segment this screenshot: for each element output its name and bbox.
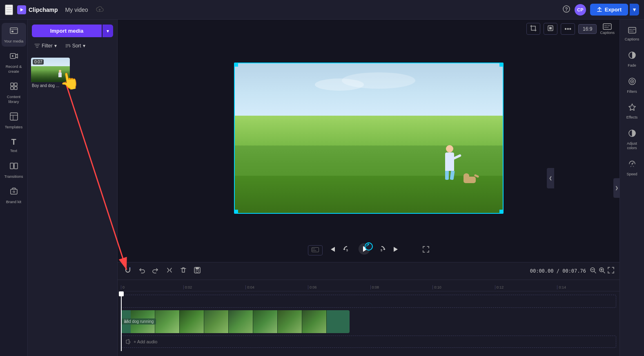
cloud-icon — [96, 6, 104, 14]
ruler-mark-0: 0 — [121, 285, 183, 289]
boy-right-leg — [450, 171, 455, 180]
brand-kit-icon — [9, 187, 18, 198]
selection-corner-tl[interactable] — [234, 63, 238, 67]
fit-timeline-button[interactable] — [607, 266, 615, 275]
ruler-marks: 0 0:02 0:04 0:06 0:08 0:10 0:12 0:14 — [118, 285, 619, 289]
svg-rect-11 — [14, 87, 17, 90]
sidebar-item-transitions[interactable]: Transitions — [2, 158, 26, 182]
svg-text:5: 5 — [381, 249, 382, 252]
captions-label: Captions — [600, 31, 615, 35]
filters-label: Filters — [627, 90, 637, 94]
media-thumb-image: 0:07 — [31, 58, 70, 82]
right-sidebar-item-speed[interactable]: Speed — [621, 155, 644, 181]
timeline-tracks: and dog running — [118, 291, 619, 351]
caption-toggle-button[interactable] — [308, 245, 323, 255]
svg-point-16 — [13, 191, 15, 193]
right-sidebar-item-adjust-colors[interactable]: Adjust colors — [621, 125, 644, 154]
sidebar-item-brand-kit-label: Brand kit — [6, 199, 22, 204]
sidebar-item-content-library-label: Content library — [4, 94, 24, 104]
sidebar-item-templates-label: Templates — [5, 125, 22, 129]
fullscreen-button[interactable] — [422, 246, 430, 255]
sidebar-item-templates[interactable]: Templates — [2, 109, 26, 132]
right-sidebar-item-captions[interactable]: Captions — [621, 23, 644, 46]
selection-corner-tr[interactable] — [499, 63, 504, 67]
zoom-in-button[interactable] — [598, 266, 606, 275]
svg-point-7 — [12, 55, 13, 57]
right-sidebar-collapse-button[interactable]: ❯ — [613, 178, 620, 198]
sidebar-item-your-media[interactable]: Your media — [2, 23, 26, 47]
tall-grass — [235, 116, 503, 146]
track-thumb-4 — [204, 310, 229, 333]
export-label: Export — [605, 7, 622, 13]
rewind-5s-button[interactable]: 5 — [343, 245, 351, 255]
svg-rect-29 — [196, 270, 198, 272]
export-dropdown-button[interactable]: ▾ — [630, 4, 639, 16]
video-frame — [234, 63, 504, 214]
app-logo-icon — [17, 5, 26, 14]
track-thumb-7 — [278, 310, 302, 333]
delete-button[interactable] — [178, 265, 189, 277]
crop-button[interactable] — [526, 23, 540, 35]
sidebar-item-text-label: Text — [10, 148, 17, 153]
media-thumb-boy-dog[interactable]: 0:07 Boy and dog ... — [31, 58, 70, 89]
avatar[interactable]: CP — [575, 4, 586, 16]
svg-rect-15 — [11, 189, 17, 194]
media-panel-collapse-button[interactable]: ❮ — [547, 168, 554, 188]
selection-corner-bl[interactable] — [234, 210, 238, 214]
hamburger-menu-button[interactable]: ☰ — [5, 4, 13, 15]
import-media-dropdown-button[interactable]: ▾ — [103, 25, 113, 37]
captions-button[interactable]: Captions — [600, 23, 615, 35]
sidebar-item-brand-kit[interactable]: Brand kit — [2, 184, 26, 207]
center-area: ••• 16:9 Captions — [118, 20, 619, 356]
svg-rect-26 — [129, 267, 130, 268]
adjust-colors-label: Adjust colors — [623, 141, 641, 150]
video-rotate-handle[interactable] — [365, 242, 373, 251]
skip-to-end-button[interactable] — [392, 246, 399, 255]
aspect-ratio-button[interactable]: 16:9 — [578, 24, 597, 34]
right-sidebar-item-fade[interactable]: Fade — [621, 47, 644, 72]
video-title[interactable]: My video — [62, 5, 91, 15]
main-layout: Your media Record &create C — [0, 20, 644, 356]
selection-corner-br[interactable] — [499, 210, 504, 214]
audio-track[interactable]: + Add audio — [121, 336, 616, 348]
undo-button[interactable] — [136, 265, 147, 277]
svg-rect-5 — [11, 31, 13, 32]
right-sidebar-item-filters[interactable]: Filters — [621, 73, 644, 98]
right-sidebar-item-effects[interactable]: Effects — [621, 99, 644, 124]
split-button[interactable] — [164, 265, 175, 277]
add-audio-label: + Add audio — [134, 339, 157, 344]
fade-label: Fade — [628, 63, 636, 68]
help-icon[interactable]: ? — [562, 5, 570, 15]
export-button[interactable]: Export — [590, 4, 628, 16]
fit-button[interactable] — [544, 23, 557, 35]
magnet-tool-button[interactable] — [123, 265, 133, 277]
app-name: Clipchamp — [29, 7, 58, 13]
media-panel: Import media ▾ Filter ▾ Sort — [28, 20, 118, 356]
filter-sort-row: Filter ▾ Sort ▾ — [32, 40, 113, 51]
sidebar-item-text[interactable]: T Text — [2, 134, 26, 156]
media-panel-header: Import media ▾ Filter ▾ Sort — [28, 20, 117, 54]
filter-button[interactable]: Filter ▾ — [32, 41, 59, 50]
ruler-mark-014: 0:14 — [557, 285, 619, 289]
sidebar-item-record-create-label: Record &create — [6, 64, 22, 74]
svg-rect-18 — [549, 27, 552, 29]
import-media-button[interactable]: Import media — [32, 25, 102, 37]
effects-label: Effects — [626, 115, 637, 120]
transitions-icon — [9, 161, 18, 172]
svg-rect-20 — [312, 247, 319, 252]
svg-rect-19 — [603, 24, 611, 29]
sort-button[interactable]: Sort ▾ — [62, 41, 88, 50]
sidebar-item-content-library[interactable]: Content library — [2, 78, 26, 107]
adjust-colors-icon — [628, 129, 637, 140]
zoom-out-button[interactable] — [589, 266, 597, 275]
filter-label: Filter — [42, 43, 53, 49]
track-label: and dog running — [122, 318, 156, 325]
forward-5s-button[interactable]: 5 — [377, 245, 386, 255]
timeline-ruler: 0 0:02 0:04 0:06 0:08 0:10 0:12 0:14 — [118, 280, 619, 291]
more-options-button[interactable]: ••• — [561, 23, 575, 35]
save-frame-button[interactable] — [192, 265, 203, 277]
sidebar-item-record-create[interactable]: Record &create — [2, 48, 26, 77]
redo-button[interactable] — [150, 265, 161, 277]
timeline-content: 0 0:02 0:04 0:06 0:08 0:10 0:12 0:14 — [118, 280, 619, 356]
skip-to-start-button[interactable] — [329, 246, 336, 255]
